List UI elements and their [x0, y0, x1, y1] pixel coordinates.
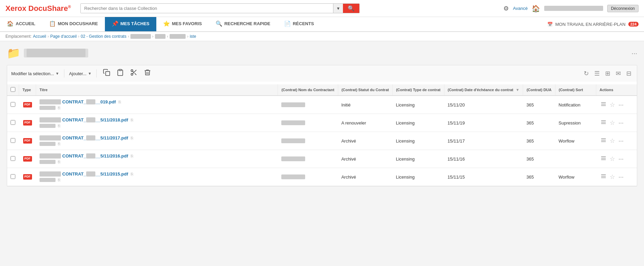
breadcrumb-year[interactable]	[155, 34, 166, 39]
nav-item-recents[interactable]: 📄 RÉCENTS	[277, 17, 321, 31]
grid-view-button[interactable]: ⊞	[604, 69, 612, 78]
background-label: MON TRAVAIL EN ARRIÈRE-PLAN	[555, 22, 626, 27]
row-checkbox[interactable]	[11, 102, 15, 107]
action-bar-button[interactable]	[599, 154, 608, 164]
row-checkbox[interactable]	[11, 174, 15, 179]
svg-point-2	[131, 70, 133, 72]
doc-title-link[interactable]: CONTRAT_ __019.pdf	[40, 99, 116, 104]
favorite-button[interactable]: ☆	[608, 154, 616, 163]
row-status-cell: Archivé	[338, 150, 392, 168]
cut-button[interactable]	[129, 68, 139, 79]
advanced-link[interactable]: Avancé	[513, 6, 528, 11]
svg-point-3	[131, 73, 133, 76]
breadcrumb-page-accueil[interactable]: Page d'accueil	[50, 34, 77, 39]
row-type-contrat-cell: Licensing	[392, 96, 444, 114]
modify-selection-label: Modifier la sélection...	[11, 71, 54, 76]
breadcrumb-accueil[interactable]: Accueil	[33, 34, 46, 39]
breadcrumb-gestion-contrats[interactable]: 02 - Gestion des contrats	[81, 34, 126, 39]
logout-button[interactable]: Déconnexion	[607, 5, 639, 12]
nav-item-accueil[interactable]: 🏠 ACCUEIL	[0, 17, 42, 31]
mail-view-button[interactable]: ✉	[614, 69, 622, 78]
search-button[interactable]: 🔍	[343, 4, 359, 13]
copy-button[interactable]	[101, 68, 112, 79]
search-input[interactable]	[81, 4, 333, 13]
copy-subtitle-icon[interactable]: ⎘	[58, 160, 60, 164]
col-contractor-header: (Contrat) Nom du Contractant	[278, 84, 338, 96]
row-contractor-cell	[278, 114, 338, 132]
row-actions-cell: ☆ ···	[596, 168, 637, 186]
row-sort-cell: Worflow	[555, 132, 596, 150]
svg-rect-1	[119, 69, 121, 71]
modify-selection-button[interactable]: Modifier la sélection... ▼	[11, 71, 59, 76]
row-title-cell: CONTRAT_ __5/11/2017.pdf ⎘ ⎘	[36, 132, 278, 150]
table-container: Modifier la sélection... ▼ Ajouter... ▼	[7, 65, 637, 186]
more-options-button[interactable]: ···	[617, 155, 625, 163]
nav-item-mon-docushare[interactable]: 📋 MON DOCUSHARE	[42, 17, 105, 31]
row-date-cell: 15/11/16	[444, 150, 523, 168]
select-all-checkbox[interactable]	[11, 87, 15, 92]
delete-button[interactable]	[142, 68, 153, 79]
nav-item-mes-favoris[interactable]: ⭐ MES FAVORIS	[156, 17, 209, 31]
refresh-button[interactable]: ↻	[582, 69, 590, 78]
row-checkbox[interactable]	[11, 120, 15, 125]
more-options-button[interactable]: ···	[617, 101, 625, 109]
toolbar-divider-1	[64, 69, 64, 78]
page-more-button[interactable]: ···	[631, 49, 637, 57]
breadcrumb-holder1[interactable]	[130, 34, 151, 39]
nav-item-recents-label: RÉCENTS	[293, 21, 314, 26]
favorite-button[interactable]: ☆	[608, 172, 616, 181]
more-options-button[interactable]: ···	[617, 119, 625, 127]
row-title-cell: CONTRAT_ __5/11/2018.pdf ⎘ ⎘	[36, 114, 278, 132]
action-bar-button[interactable]	[599, 100, 608, 110]
doc-title-link[interactable]: CONTRAT_ __5/11/2016.pdf	[40, 153, 128, 159]
more-options-button[interactable]: ···	[617, 137, 625, 145]
nav-item-mes-taches[interactable]: 📌 MES TÂCHES	[105, 17, 156, 31]
action-bar-button[interactable]	[599, 118, 608, 128]
col-date-header[interactable]: (Contrat) Date d'échéance du contrat ▼	[444, 84, 523, 96]
columns-view-button[interactable]: ⊟	[625, 69, 633, 78]
page-content: 📁 HOLDER ··· Modifier la sélection... ▼ …	[0, 41, 644, 192]
copy-title-icon[interactable]: ⎘	[119, 100, 121, 104]
row-sort-cell: Worflow	[555, 168, 596, 186]
copy-title-icon[interactable]: ⎘	[131, 118, 133, 122]
breadcrumb-iste[interactable]: iste	[190, 34, 196, 39]
home-icon[interactable]: 🏠	[532, 4, 540, 13]
table-header-row: Type Titre (Contrat) Nom du Contractant …	[7, 84, 637, 96]
favorite-button[interactable]: ☆	[608, 100, 616, 109]
row-actions-cell: ☆ ···	[596, 96, 637, 114]
breadcrumb-holder2[interactable]	[170, 34, 186, 39]
row-checkbox-cell	[7, 150, 19, 168]
row-type-cell: PDF	[19, 114, 36, 132]
more-options-button[interactable]: ···	[617, 173, 625, 181]
username-label[interactable]: HOLDER JUGE	[544, 6, 603, 11]
doc-title-link[interactable]: CONTRAT_ __5/11/2017.pdf	[40, 135, 128, 140]
copy-subtitle-icon[interactable]: ⎘	[58, 178, 60, 182]
doc-title-link[interactable]: CONTRAT_ __5/11/2018.pdf	[40, 117, 128, 122]
doc-title-link[interactable]: CONTRAT_ __5/11/2015.pdf	[40, 171, 128, 177]
copy-title-icon[interactable]: ⎘	[131, 154, 133, 159]
row-type-cell: PDF	[19, 168, 36, 186]
app-logo: Xerox DocuShare®	[5, 4, 71, 13]
action-bar-button[interactable]	[599, 172, 608, 182]
row-date-cell: 15/11/15	[444, 168, 523, 186]
add-button[interactable]: Ajouter... ▼	[69, 71, 92, 76]
copy-subtitle-icon[interactable]: ⎘	[58, 123, 60, 128]
nav-item-recherche-rapide[interactable]: 🔍 RECHERCHE RAPIDE	[209, 17, 277, 31]
row-checkbox[interactable]	[11, 156, 15, 161]
copy-subtitle-icon[interactable]: ⎘	[58, 105, 60, 110]
favorite-button[interactable]: ☆	[608, 118, 616, 127]
search-dropdown-button[interactable]: ▼	[333, 4, 343, 13]
row-dua-cell: 365	[523, 96, 555, 114]
mes-taches-icon: 📌	[112, 20, 119, 27]
list-view-button[interactable]: ☰	[593, 69, 601, 78]
row-checkbox[interactable]	[11, 138, 15, 143]
paste-button[interactable]	[115, 68, 125, 79]
copy-title-icon[interactable]: ⎘	[131, 172, 133, 177]
gear-icon[interactable]: ⚙	[503, 5, 509, 12]
row-checkbox-cell	[7, 132, 19, 150]
favorite-button[interactable]: ☆	[608, 136, 616, 145]
col-type-contrat-header: (Contrat) Type de contrat	[392, 84, 444, 96]
copy-subtitle-icon[interactable]: ⎘	[58, 142, 60, 146]
action-bar-button[interactable]	[599, 136, 608, 146]
copy-title-icon[interactable]: ⎘	[131, 136, 133, 140]
